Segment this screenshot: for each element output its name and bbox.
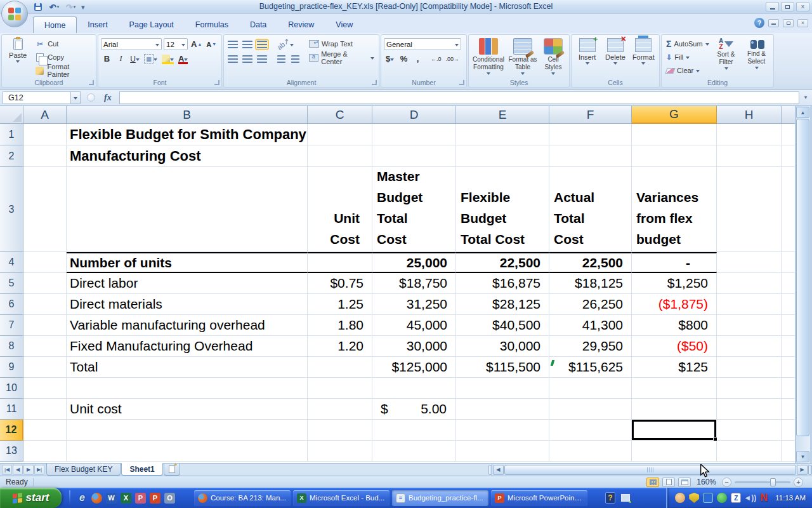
tray-antivirus-icon[interactable] <box>717 493 727 503</box>
save-button[interactable] <box>32 1 44 13</box>
safely-remove-icon[interactable] <box>621 494 630 502</box>
tab-data[interactable]: Data <box>239 17 277 33</box>
cell-G8[interactable]: ($50) <box>632 336 717 357</box>
number-dialog-launcher-icon[interactable] <box>459 80 464 85</box>
prev-sheet-button[interactable]: ◀ <box>13 465 23 475</box>
fill-button[interactable]: ⇩Fill <box>664 51 710 63</box>
tray-z-app-icon[interactable]: Z <box>731 493 741 503</box>
format-as-table-button[interactable]: Format as Table <box>508 37 537 77</box>
row-header-10[interactable]: 10 <box>0 378 23 399</box>
cell-C6[interactable]: 1.25 <box>308 294 372 315</box>
cell-D6[interactable]: 31,250 <box>372 294 456 315</box>
cell-G11[interactable] <box>632 399 717 420</box>
tab-insert[interactable]: Insert <box>77 17 118 33</box>
cell-D4[interactable]: 25,000 <box>372 252 456 273</box>
zoom-in-button[interactable]: + <box>794 478 803 487</box>
cell-B2[interactable]: Manufacturing Cost <box>67 145 308 167</box>
name-box[interactable]: G12 <box>3 91 71 104</box>
cell-A6[interactable] <box>23 294 67 315</box>
tab-formulas[interactable]: Formulas <box>185 17 239 33</box>
fill-handle[interactable] <box>713 437 717 441</box>
cell-A4[interactable] <box>23 252 67 273</box>
column-header-E[interactable]: E <box>456 106 549 124</box>
align-right-button[interactable] <box>256 53 268 65</box>
shrink-font-button[interactable]: A▼ <box>205 38 218 50</box>
cell-H3[interactable] <box>717 167 782 252</box>
cell-C10[interactable] <box>308 378 372 399</box>
conditional-formatting-button[interactable]: Conditional Formatting <box>472 37 505 77</box>
middle-align-button[interactable] <box>241 38 254 50</box>
cell-F4[interactable]: 22,500 <box>549 252 632 273</box>
copy-button[interactable]: Copy <box>33 51 93 63</box>
tray-volume-icon[interactable]: ◄)) <box>745 493 755 503</box>
cell-H5[interactable] <box>717 273 782 294</box>
taskbar-window-2[interactable]: XMicrosoft Excel - Bud... <box>293 490 390 506</box>
cell-B10[interactable] <box>67 378 308 399</box>
italic-button[interactable]: I <box>115 53 127 65</box>
font-name-select[interactable]: Arial <box>101 38 162 50</box>
cell-F10[interactable] <box>549 378 632 399</box>
cell-H2[interactable] <box>717 145 782 167</box>
minimize-button[interactable] <box>766 2 779 11</box>
row-header-3[interactable]: 3 <box>0 167 23 252</box>
cell-E1[interactable] <box>456 124 549 145</box>
row-header-9[interactable]: 9 <box>0 357 23 378</box>
cell-H9[interactable] <box>717 357 782 378</box>
taskbar-clock[interactable]: 11:13 AM <box>775 494 806 502</box>
cell-C9[interactable] <box>308 357 372 378</box>
cell-G10[interactable] <box>632 378 717 399</box>
tab-review[interactable]: Review <box>277 17 325 33</box>
alignment-dialog-launcher-icon[interactable] <box>372 80 377 85</box>
scroll-down-button[interactable]: ▼ <box>796 451 809 462</box>
excel-icon[interactable]: X <box>121 493 131 504</box>
cell-A11[interactable] <box>23 399 67 420</box>
cell-C7[interactable]: 1.80 <box>308 315 372 336</box>
orientation-button[interactable]: ab↗ <box>275 38 295 50</box>
bottom-align-button[interactable] <box>256 38 268 50</box>
cell-E7[interactable]: $40,500 <box>456 315 549 336</box>
cell-C5[interactable]: $0.75 <box>308 273 372 294</box>
cell-E5[interactable]: $16,875 <box>456 273 549 294</box>
cell-G5[interactable]: $1,250 <box>632 273 717 294</box>
cell-B11[interactable]: Unit cost <box>67 399 308 420</box>
find-select-button[interactable]: Find & Select <box>742 37 771 77</box>
cell-H13[interactable] <box>717 441 782 462</box>
row-header-11[interactable]: 11 <box>0 399 23 420</box>
tray-messenger-icon[interactable] <box>675 493 685 503</box>
underline-button[interactable]: U <box>129 53 141 65</box>
delete-cells-button[interactable]: Delete <box>603 37 628 77</box>
autosum-button[interactable]: ΣAutoSum <box>664 38 710 50</box>
zoom-level[interactable]: 160% <box>697 478 716 486</box>
cell-G1[interactable] <box>632 124 717 145</box>
cell-B7[interactable]: Variable manufacturing overhead <box>67 315 308 336</box>
powerpoint-icon[interactable]: P <box>150 493 160 504</box>
row-header-7[interactable]: 7 <box>0 315 23 336</box>
sort-filter-button[interactable]: AZ Sort & Filter <box>712 37 740 77</box>
cell-D11[interactable]: $5.00 <box>372 399 456 420</box>
workbook-close-button[interactable]: × <box>797 19 808 27</box>
active-cell-G12[interactable] <box>632 420 717 441</box>
taskbar-window-4[interactable]: PMicrosoft PowerPoint ... <box>491 490 587 506</box>
cell-F3[interactable]: Actual Total Cost <box>549 167 632 252</box>
cell-G7[interactable]: $800 <box>632 315 717 336</box>
cell-D7[interactable]: 45,000 <box>372 315 456 336</box>
cell-E10[interactable] <box>456 378 549 399</box>
tab-view[interactable]: View <box>325 17 363 33</box>
accounting-format-button[interactable]: $ <box>384 53 396 65</box>
formula-input[interactable] <box>119 91 799 104</box>
taskbar-window-3[interactable]: ≡Budgeting_practice-fl... <box>392 490 488 506</box>
cell-A8[interactable] <box>23 336 67 357</box>
tab-home[interactable]: Home <box>33 17 77 33</box>
next-sheet-button[interactable]: ▶ <box>23 465 34 475</box>
taskbar-window-1[interactable]: Course: BA 213: Man... <box>194 490 291 506</box>
cell-G2[interactable] <box>632 145 717 167</box>
cell-D8[interactable]: 30,000 <box>372 336 456 357</box>
cell-C4[interactable] <box>308 252 372 273</box>
cell-D10[interactable] <box>372 378 456 399</box>
percent-style-button[interactable]: % <box>398 53 410 65</box>
top-align-button[interactable] <box>226 38 239 50</box>
cell-F13[interactable] <box>549 441 632 462</box>
word-icon[interactable]: W <box>106 493 117 504</box>
row-header-6[interactable]: 6 <box>0 294 23 315</box>
paste-button[interactable]: Paste <box>4 37 31 77</box>
